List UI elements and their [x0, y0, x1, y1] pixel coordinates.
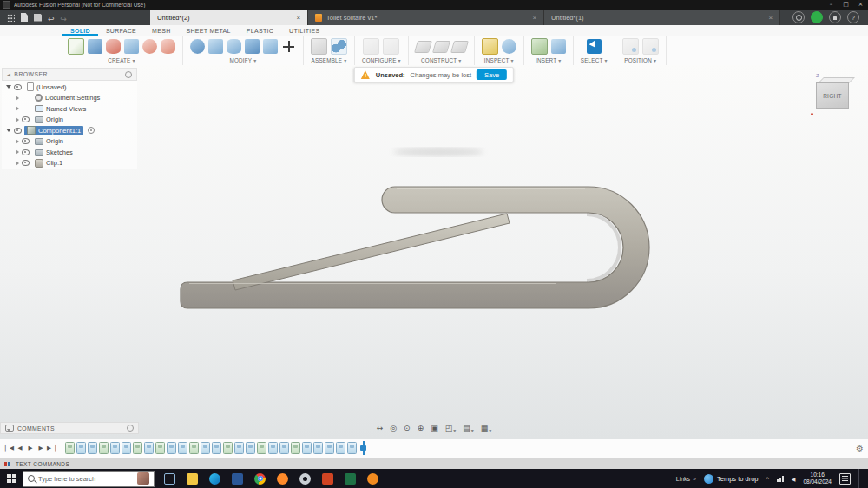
select-icon[interactable]: [587, 39, 602, 54]
expand-arrow-icon[interactable]: [16, 149, 19, 155]
timeline-feature-icon[interactable]: [144, 442, 154, 454]
grid-display-icon[interactable]: [481, 420, 492, 436]
minimize-button[interactable]: –: [824, 0, 838, 10]
links-toolbar[interactable]: Links: [676, 476, 696, 482]
fillet-icon[interactable]: [208, 39, 223, 54]
weather-widget[interactable]: Temps to drop: [704, 474, 759, 484]
close-tab-icon[interactable]: ×: [768, 14, 773, 22]
timeline-feature-icon[interactable]: [257, 442, 266, 454]
browser-tree-item[interactable]: Sketches: [2, 147, 137, 158]
browser-tree-item[interactable]: Named Views: [2, 103, 137, 115]
coil-icon[interactable]: [161, 39, 175, 54]
expand-arrow-icon[interactable]: [16, 96, 19, 101]
configuration-table-icon[interactable]: [383, 38, 399, 55]
application-menu-icon[interactable]: [7, 14, 15, 22]
assemble-group-dropdown[interactable]: ASSEMBLE: [312, 57, 347, 63]
browser-tree-item[interactable]: Clip:1: [2, 158, 137, 169]
timeline-position-marker[interactable]: [360, 441, 366, 455]
go-to-start-icon[interactable]: [4, 445, 15, 452]
browser-tree-item[interactable]: Document Settings: [2, 93, 137, 104]
timeline-feature-icon[interactable]: [302, 442, 312, 454]
file-menu-icon[interactable]: [21, 13, 28, 22]
zoom-icon[interactable]: [418, 425, 424, 432]
move-copy-icon[interactable]: [281, 39, 296, 54]
timeline-feature-icon[interactable]: [212, 442, 221, 454]
zoom-window-icon[interactable]: [445, 420, 457, 436]
timeline-feature-icon[interactable]: [246, 442, 255, 454]
save-button[interactable]: Save: [477, 69, 507, 80]
offset-plane-icon[interactable]: [414, 41, 432, 53]
timeline-feature-icon[interactable]: [313, 442, 323, 454]
expand-arrow-icon[interactable]: [16, 161, 19, 166]
point-icon[interactable]: [450, 41, 469, 53]
look-at-icon[interactable]: [404, 425, 411, 432]
timeline-feature-icon[interactable]: [99, 442, 108, 454]
display-settings-icon[interactable]: [463, 420, 474, 436]
box-icon[interactable]: [88, 39, 102, 54]
expand-arrow-icon[interactable]: [16, 106, 19, 111]
timeline-feature-icon[interactable]: [189, 442, 199, 454]
start-button[interactable]: [0, 469, 23, 488]
go-to-end-icon[interactable]: [46, 445, 56, 452]
timeline-feature-icon[interactable]: [110, 442, 120, 454]
press-pull-icon[interactable]: [190, 39, 205, 54]
workspace-tab[interactable]: SURFACE: [98, 26, 144, 36]
document-tab[interactable]: Toilet solitaire v1* ×: [308, 10, 544, 25]
timeline-feature-icon[interactable]: [122, 442, 131, 454]
configuration-icon[interactable]: [363, 38, 379, 55]
save-icon[interactable]: [34, 14, 42, 22]
links-chevron-icon[interactable]: [693, 476, 696, 482]
timeline-feature-icon[interactable]: [325, 442, 334, 454]
inspect-group-dropdown[interactable]: INSPECT: [484, 57, 514, 63]
select-group-dropdown[interactable]: SELECT: [581, 57, 608, 63]
workspace-tab[interactable]: SHEET METAL: [179, 26, 239, 36]
timeline-feature-icon[interactable]: [291, 442, 300, 454]
browser-tree-item[interactable]: (Unsaved): [2, 82, 137, 93]
show-desktop-button[interactable]: [858, 469, 864, 488]
browser-tree-item[interactable]: Origin: [2, 115, 137, 126]
maximize-button[interactable]: □: [838, 0, 853, 10]
undo-icon[interactable]: [48, 10, 55, 25]
clip-body[interactable]: [181, 187, 649, 308]
position-group-dropdown[interactable]: POSITION: [624, 57, 656, 63]
workspace-tab[interactable]: UTILITIES: [281, 26, 327, 36]
browser-tree-item[interactable]: Origin: [2, 136, 137, 148]
step-forward-icon[interactable]: [36, 445, 46, 452]
chrome-icon[interactable]: [254, 473, 266, 485]
timeline-feature-icon[interactable]: [279, 442, 289, 454]
timeline-feature-icon[interactable]: [167, 442, 176, 454]
powerpoint-icon[interactable]: [322, 473, 333, 485]
expand-arrow-icon[interactable]: [6, 129, 11, 132]
visibility-eye-icon[interactable]: [14, 128, 22, 134]
measure-icon[interactable]: [482, 38, 498, 55]
notifications-icon[interactable]: [829, 11, 841, 23]
fit-icon[interactable]: [431, 425, 438, 432]
job-status-icon[interactable]: [792, 11, 805, 23]
network-icon[interactable]: [777, 475, 784, 482]
expand-arrow-icon[interactable]: [16, 139, 19, 144]
expand-arrow-icon[interactable]: [16, 117, 19, 122]
timeline-feature-icon[interactable]: [347, 442, 357, 454]
search-image-thumbnail[interactable]: [137, 472, 149, 485]
timeline-feature-icon[interactable]: [223, 442, 233, 454]
cylinder-icon[interactable]: [106, 39, 121, 54]
create-group-dropdown[interactable]: CREATE: [108, 57, 135, 63]
help-icon[interactable]: [847, 11, 859, 23]
comments-bar[interactable]: COMMENTS: [0, 422, 139, 434]
expand-arrow-icon[interactable]: [6, 85, 11, 89]
firefox-icon[interactable]: [277, 473, 288, 485]
user-avatar[interactable]: [811, 11, 823, 23]
workspace-tab[interactable]: PLASTIC: [239, 26, 281, 36]
visibility-eye-icon[interactable]: [22, 116, 30, 122]
expand-comments-icon[interactable]: [127, 425, 134, 432]
extrude-icon[interactable]: [124, 39, 139, 54]
joint-icon[interactable]: [331, 38, 347, 55]
volume-icon[interactable]: [792, 476, 796, 482]
insert-mesh-icon[interactable]: [531, 38, 548, 55]
activate-component-radio[interactable]: [88, 127, 95, 134]
timeline-feature-icon[interactable]: [336, 442, 345, 454]
timeline-feature-icon[interactable]: [88, 442, 97, 454]
pan-icon[interactable]: [377, 425, 384, 432]
configure-group-dropdown[interactable]: CONFIGURE: [362, 57, 401, 63]
clip-arm[interactable]: [233, 214, 510, 290]
